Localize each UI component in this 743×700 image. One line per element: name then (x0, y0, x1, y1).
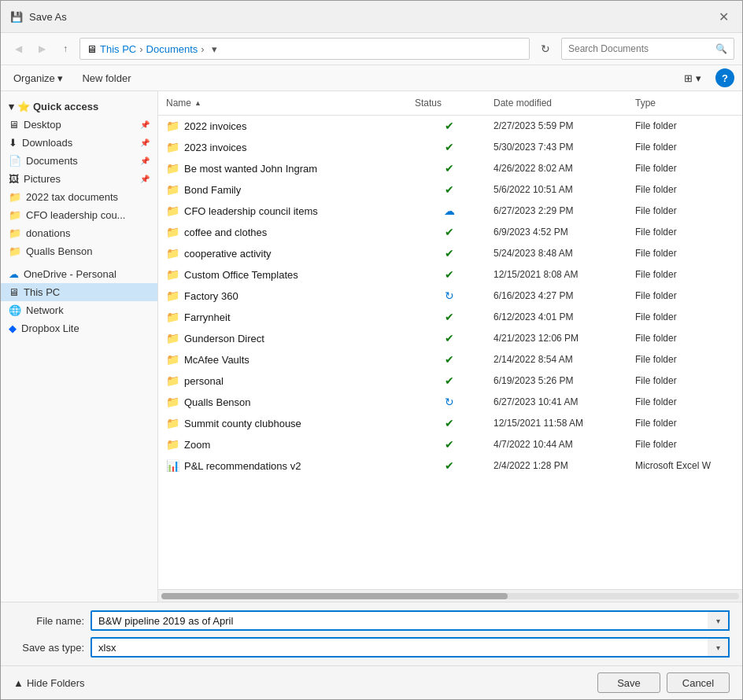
table-row[interactable]: 📁 Qualls Benson ↻ 6/27/2023 10:41 AM Fil… (158, 392, 742, 413)
new-folder-button[interactable]: New folder (77, 70, 135, 87)
sidebar-item-documents[interactable]: 📄 Documents 📌 (1, 152, 157, 170)
folder-icon: 📁 (166, 353, 179, 366)
status-synced-icon: ✔ (445, 247, 454, 260)
quick-access-icon: ⭐ (17, 101, 30, 112)
file-status-cell: ✔ (410, 245, 489, 262)
table-row[interactable]: 📁 2022 invoices ✔ 2/27/2023 5:59 PM File… (158, 116, 742, 137)
file-date-cell: 4/7/2022 10:44 AM (489, 437, 630, 452)
sidebar-item-folder1[interactable]: 📁 2022 tax documents (1, 188, 157, 206)
back-button[interactable]: ◀ (9, 39, 28, 58)
sidebar-item-desktop[interactable]: 🖥 Desktop 📌 (1, 116, 157, 134)
up-button[interactable]: ↑ (56, 39, 75, 58)
file-status-cell: ✔ (410, 223, 489, 241)
hide-folders-button[interactable]: ▲ Hide Folders (13, 677, 85, 689)
breadcrumb-dropdown-button[interactable]: ▾ (208, 38, 222, 60)
file-date-cell: 2/4/2022 1:28 PM (489, 458, 630, 473)
file-status-cell: ✔ (410, 117, 489, 134)
status-synced-icon: ✔ (445, 332, 454, 344)
table-row[interactable]: 📁 personal ✔ 6/19/2023 5:26 PM File fold… (158, 370, 742, 392)
sidebar-item-pictures[interactable]: 🖼 Pictures 📌 (1, 170, 157, 188)
sidebar-item-thispc[interactable]: 🖥 This PC (1, 283, 157, 301)
savetype-label: Save as type: (13, 642, 84, 654)
table-row[interactable]: 📁 CFO leadership council items ☁ 6/27/20… (158, 201, 742, 222)
breadcrumb-sep2: › (201, 43, 204, 55)
chevron-up-icon: ▲ (13, 677, 24, 689)
folder3-icon: 📁 (9, 227, 21, 239)
quick-access-chevron: ▾ (9, 101, 14, 112)
save-button[interactable]: Save (597, 672, 660, 693)
col-type-header[interactable]: Type (630, 94, 742, 112)
sidebar-item-folder4[interactable]: 📁 Qualls Benson (1, 242, 157, 260)
file-name-cell: 📁 CFO leadership council items (158, 202, 410, 219)
scrollbar-thumb[interactable] (161, 593, 508, 599)
file-name-cell: 📁 2023 invoices (158, 138, 410, 156)
title-bar-content: 💾 Save As (10, 11, 67, 23)
cancel-button[interactable]: Cancel (667, 672, 730, 693)
onedrive-label: OneDrive - Personal (24, 268, 116, 280)
sidebar-item-dropbox[interactable]: ◆ Dropbox Lite (1, 319, 157, 337)
dropbox-label: Dropbox Lite (21, 322, 79, 334)
file-type-cell: File folder (630, 309, 742, 325)
breadcrumb-documents[interactable]: Documents (146, 43, 198, 55)
file-status-cell: ✔ (410, 372, 489, 389)
refresh-button[interactable]: ↻ (534, 38, 556, 60)
file-date-cell: 6/27/2023 10:41 AM (489, 394, 630, 410)
col-name-header[interactable]: Name ▲ (158, 94, 410, 112)
file-date-cell: 12/15/2021 11:58 AM (489, 415, 630, 431)
sidebar-quick-access-header[interactable]: ▾ ⭐ Quick access (1, 98, 157, 116)
scrollbar-track (161, 593, 739, 599)
file-type-cell: File folder (630, 415, 742, 431)
sidebar-item-network[interactable]: 🌐 Network (1, 301, 157, 319)
help-button[interactable]: ? (715, 68, 734, 87)
table-row[interactable]: 📁 Be most wanted John Ingram ✔ 4/26/2022… (158, 158, 742, 179)
documents-label: Documents (26, 155, 78, 167)
sidebar-item-downloads[interactable]: ⬇ Downloads 📌 (1, 134, 157, 152)
forward-button[interactable]: ▶ (32, 39, 51, 58)
desktop-icon: 🖥 (9, 119, 19, 131)
table-row[interactable]: 📁 Summit county clubhouse ✔ 12/15/2021 1… (158, 413, 742, 434)
col-date-header[interactable]: Date modified (489, 94, 630, 112)
search-input[interactable] (568, 43, 712, 54)
table-row[interactable]: 📁 cooperative activity ✔ 5/24/2023 8:48 … (158, 243, 742, 264)
table-row[interactable]: 📁 McAfee Vaults ✔ 2/14/2022 8:54 AM File… (158, 349, 742, 370)
table-row[interactable]: 📁 2023 invoices ✔ 5/30/2023 7:43 PM File… (158, 137, 742, 158)
file-type-cell: File folder (630, 330, 742, 346)
breadcrumb-thispc[interactable]: This PC (100, 43, 136, 55)
column-header: Name ▲ Status Date modified Type (158, 91, 742, 116)
table-row[interactable]: 📁 Gunderson Direct ✔ 4/21/2023 12:06 PM … (158, 328, 742, 349)
file-date-cell: 5/30/2023 7:43 PM (489, 139, 630, 155)
table-row[interactable]: 📁 Factory 360 ↻ 6/16/2023 4:27 PM File f… (158, 286, 742, 307)
savetype-input[interactable] (91, 637, 709, 658)
filename-input-wrapper: ▾ (91, 610, 730, 631)
col-status-header[interactable]: Status (410, 94, 489, 112)
status-synced-icon: ✔ (445, 120, 454, 132)
file-name: CFO leadership council items (184, 205, 318, 217)
filename-input[interactable] (91, 610, 709, 631)
sidebar-item-folder3[interactable]: 📁 donations (1, 224, 157, 242)
sidebar-item-folder2[interactable]: 📁 CFO leadership cou... (1, 206, 157, 224)
filename-label: File name: (13, 615, 84, 627)
organize-button[interactable]: Organize ▾ (9, 70, 68, 87)
filename-dropdown-arrow[interactable]: ▾ (708, 610, 730, 631)
table-row[interactable]: 📁 coffee and clothes ✔ 6/9/2023 4:52 PM … (158, 222, 742, 243)
folder-icon: 📁 (166, 183, 179, 196)
folder4-label: Qualls Benson (26, 245, 93, 257)
table-row[interactable]: 📁 Zoom ✔ 4/7/2022 10:44 AM File folder (158, 434, 742, 455)
table-row[interactable]: 📁 Farrynheit ✔ 6/12/2023 4:01 PM File fo… (158, 307, 742, 328)
close-button[interactable]: ✕ (714, 7, 733, 26)
file-date-cell: 2/27/2023 5:59 PM (489, 118, 630, 134)
status-synced-icon: ✔ (445, 183, 454, 196)
horizontal-scrollbar[interactable] (158, 589, 742, 602)
file-type-cell: File folder (630, 160, 742, 176)
sidebar-item-onedrive[interactable]: ☁ OneDrive - Personal (1, 265, 157, 283)
table-row[interactable]: 📊 P&L recommendations v2 ✔ 2/4/2022 1:28… (158, 455, 742, 477)
table-row[interactable]: 📁 Custom Office Templates ✔ 12/15/2021 8… (158, 264, 742, 286)
file-name: personal (184, 375, 224, 387)
file-status-cell: ☁ (410, 202, 489, 219)
savetype-dropdown-arrow[interactable]: ▾ (708, 637, 730, 658)
view-button[interactable]: ⊞ ▾ (679, 70, 706, 87)
table-row[interactable]: 📁 Bond Family ✔ 5/6/2022 10:51 AM File f… (158, 179, 742, 201)
file-type-cell: File folder (630, 352, 742, 367)
pin-icon-desktop: 📌 (140, 120, 150, 129)
breadcrumb[interactable]: 🖥 This PC › Documents › ▾ (79, 38, 530, 60)
